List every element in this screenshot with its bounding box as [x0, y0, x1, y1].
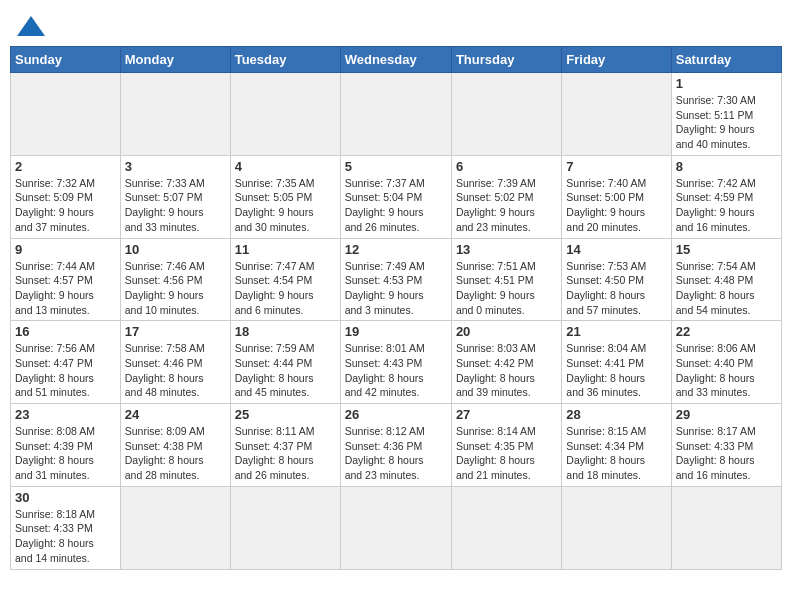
day-number: 18: [235, 324, 336, 339]
day-info: Sunrise: 8:08 AM Sunset: 4:39 PM Dayligh…: [15, 424, 116, 483]
calendar-cell: 12Sunrise: 7:49 AM Sunset: 4:53 PM Dayli…: [340, 238, 451, 321]
day-info: Sunrise: 7:53 AM Sunset: 4:50 PM Dayligh…: [566, 259, 666, 318]
day-info: Sunrise: 7:35 AM Sunset: 5:05 PM Dayligh…: [235, 176, 336, 235]
day-info: Sunrise: 7:59 AM Sunset: 4:44 PM Dayligh…: [235, 341, 336, 400]
weekday-header-saturday: Saturday: [671, 47, 781, 73]
day-number: 3: [125, 159, 226, 174]
day-info: Sunrise: 8:03 AM Sunset: 4:42 PM Dayligh…: [456, 341, 557, 400]
logo-icon: [16, 16, 45, 36]
calendar-cell: 20Sunrise: 8:03 AM Sunset: 4:42 PM Dayli…: [451, 321, 561, 404]
calendar-cell: 24Sunrise: 8:09 AM Sunset: 4:38 PM Dayli…: [120, 404, 230, 487]
logo-triangle-svg: [17, 16, 45, 36]
calendar-header-row: SundayMondayTuesdayWednesdayThursdayFrid…: [11, 47, 782, 73]
day-info: Sunrise: 7:33 AM Sunset: 5:07 PM Dayligh…: [125, 176, 226, 235]
day-info: Sunrise: 7:54 AM Sunset: 4:48 PM Dayligh…: [676, 259, 777, 318]
calendar-cell: 28Sunrise: 8:15 AM Sunset: 4:34 PM Dayli…: [562, 404, 671, 487]
calendar-cell: 29Sunrise: 8:17 AM Sunset: 4:33 PM Dayli…: [671, 404, 781, 487]
day-info: Sunrise: 7:42 AM Sunset: 4:59 PM Dayligh…: [676, 176, 777, 235]
calendar-cell: 4Sunrise: 7:35 AM Sunset: 5:05 PM Daylig…: [230, 155, 340, 238]
calendar-cell: [230, 73, 340, 156]
day-info: Sunrise: 7:46 AM Sunset: 4:56 PM Dayligh…: [125, 259, 226, 318]
weekday-header-monday: Monday: [120, 47, 230, 73]
calendar-week-row: 2Sunrise: 7:32 AM Sunset: 5:09 PM Daylig…: [11, 155, 782, 238]
day-info: Sunrise: 8:11 AM Sunset: 4:37 PM Dayligh…: [235, 424, 336, 483]
calendar-cell: 3Sunrise: 7:33 AM Sunset: 5:07 PM Daylig…: [120, 155, 230, 238]
calendar-cell: 23Sunrise: 8:08 AM Sunset: 4:39 PM Dayli…: [11, 404, 121, 487]
calendar-cell: [120, 73, 230, 156]
day-number: 22: [676, 324, 777, 339]
day-info: Sunrise: 8:01 AM Sunset: 4:43 PM Dayligh…: [345, 341, 447, 400]
day-number: 26: [345, 407, 447, 422]
calendar-cell: [562, 73, 671, 156]
calendar-cell: 13Sunrise: 7:51 AM Sunset: 4:51 PM Dayli…: [451, 238, 561, 321]
svg-marker-0: [17, 16, 45, 36]
calendar-cell: [340, 486, 451, 569]
calendar-cell: [451, 486, 561, 569]
day-number: 24: [125, 407, 226, 422]
day-number: 19: [345, 324, 447, 339]
day-number: 7: [566, 159, 666, 174]
weekday-header-tuesday: Tuesday: [230, 47, 340, 73]
day-number: 10: [125, 242, 226, 257]
calendar-week-row: 16Sunrise: 7:56 AM Sunset: 4:47 PM Dayli…: [11, 321, 782, 404]
calendar-cell: 7Sunrise: 7:40 AM Sunset: 5:00 PM Daylig…: [562, 155, 671, 238]
day-info: Sunrise: 8:04 AM Sunset: 4:41 PM Dayligh…: [566, 341, 666, 400]
calendar-cell: 1Sunrise: 7:30 AM Sunset: 5:11 PM Daylig…: [671, 73, 781, 156]
day-number: 16: [15, 324, 116, 339]
calendar-cell: 9Sunrise: 7:44 AM Sunset: 4:57 PM Daylig…: [11, 238, 121, 321]
day-number: 13: [456, 242, 557, 257]
calendar-cell: 21Sunrise: 8:04 AM Sunset: 4:41 PM Dayli…: [562, 321, 671, 404]
calendar-cell: 16Sunrise: 7:56 AM Sunset: 4:47 PM Dayli…: [11, 321, 121, 404]
day-info: Sunrise: 7:47 AM Sunset: 4:54 PM Dayligh…: [235, 259, 336, 318]
day-number: 1: [676, 76, 777, 91]
calendar-cell: [120, 486, 230, 569]
logo: [14, 16, 45, 32]
calendar-cell: 22Sunrise: 8:06 AM Sunset: 4:40 PM Dayli…: [671, 321, 781, 404]
day-number: 27: [456, 407, 557, 422]
calendar-week-row: 30Sunrise: 8:18 AM Sunset: 4:33 PM Dayli…: [11, 486, 782, 569]
day-number: 23: [15, 407, 116, 422]
day-info: Sunrise: 7:32 AM Sunset: 5:09 PM Dayligh…: [15, 176, 116, 235]
day-number: 14: [566, 242, 666, 257]
day-number: 20: [456, 324, 557, 339]
day-number: 17: [125, 324, 226, 339]
day-info: Sunrise: 8:18 AM Sunset: 4:33 PM Dayligh…: [15, 507, 116, 566]
weekday-header-thursday: Thursday: [451, 47, 561, 73]
day-info: Sunrise: 7:40 AM Sunset: 5:00 PM Dayligh…: [566, 176, 666, 235]
day-number: 12: [345, 242, 447, 257]
calendar-cell: 14Sunrise: 7:53 AM Sunset: 4:50 PM Dayli…: [562, 238, 671, 321]
day-number: 28: [566, 407, 666, 422]
day-number: 9: [15, 242, 116, 257]
day-info: Sunrise: 8:06 AM Sunset: 4:40 PM Dayligh…: [676, 341, 777, 400]
calendar-cell: 30Sunrise: 8:18 AM Sunset: 4:33 PM Dayli…: [11, 486, 121, 569]
calendar-week-row: 1Sunrise: 7:30 AM Sunset: 5:11 PM Daylig…: [11, 73, 782, 156]
day-number: 21: [566, 324, 666, 339]
calendar-cell: 8Sunrise: 7:42 AM Sunset: 4:59 PM Daylig…: [671, 155, 781, 238]
calendar-cell: [340, 73, 451, 156]
calendar-cell: 25Sunrise: 8:11 AM Sunset: 4:37 PM Dayli…: [230, 404, 340, 487]
calendar-cell: [451, 73, 561, 156]
calendar-cell: 26Sunrise: 8:12 AM Sunset: 4:36 PM Dayli…: [340, 404, 451, 487]
day-info: Sunrise: 7:49 AM Sunset: 4:53 PM Dayligh…: [345, 259, 447, 318]
calendar-week-row: 23Sunrise: 8:08 AM Sunset: 4:39 PM Dayli…: [11, 404, 782, 487]
day-info: Sunrise: 7:58 AM Sunset: 4:46 PM Dayligh…: [125, 341, 226, 400]
calendar: SundayMondayTuesdayWednesdayThursdayFrid…: [10, 46, 782, 570]
calendar-cell: 15Sunrise: 7:54 AM Sunset: 4:48 PM Dayli…: [671, 238, 781, 321]
calendar-cell: [671, 486, 781, 569]
day-info: Sunrise: 8:17 AM Sunset: 4:33 PM Dayligh…: [676, 424, 777, 483]
calendar-cell: 19Sunrise: 8:01 AM Sunset: 4:43 PM Dayli…: [340, 321, 451, 404]
calendar-cell: 10Sunrise: 7:46 AM Sunset: 4:56 PM Dayli…: [120, 238, 230, 321]
day-number: 15: [676, 242, 777, 257]
day-number: 2: [15, 159, 116, 174]
day-info: Sunrise: 8:14 AM Sunset: 4:35 PM Dayligh…: [456, 424, 557, 483]
calendar-cell: [11, 73, 121, 156]
day-number: 4: [235, 159, 336, 174]
day-info: Sunrise: 8:15 AM Sunset: 4:34 PM Dayligh…: [566, 424, 666, 483]
day-info: Sunrise: 7:39 AM Sunset: 5:02 PM Dayligh…: [456, 176, 557, 235]
calendar-week-row: 9Sunrise: 7:44 AM Sunset: 4:57 PM Daylig…: [11, 238, 782, 321]
calendar-cell: 5Sunrise: 7:37 AM Sunset: 5:04 PM Daylig…: [340, 155, 451, 238]
day-info: Sunrise: 7:44 AM Sunset: 4:57 PM Dayligh…: [15, 259, 116, 318]
calendar-cell: 6Sunrise: 7:39 AM Sunset: 5:02 PM Daylig…: [451, 155, 561, 238]
calendar-cell: [230, 486, 340, 569]
header: [10, 10, 782, 38]
